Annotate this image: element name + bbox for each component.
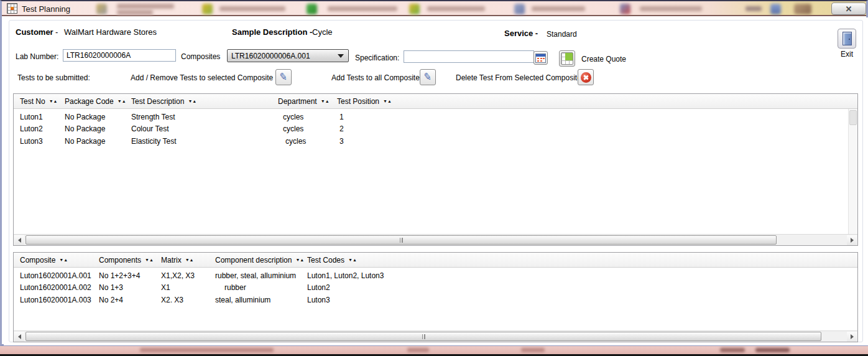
sort-icons: ▼▲ <box>295 258 304 262</box>
cell-package-code: No Package <box>65 137 131 146</box>
blurred-tool-label <box>427 6 485 11</box>
titlebar: Test Planning <box>2 1 866 16</box>
sort-icons: ▼▲ <box>321 99 330 103</box>
delete-test-button[interactable] <box>578 69 594 85</box>
calendar-button[interactable] <box>533 51 548 65</box>
column-header-composite[interactable]: Composite▼▲ <box>20 256 99 265</box>
scroll-left-arrow[interactable] <box>14 332 24 342</box>
column-header-test-description[interactable]: Test Description▼▲ <box>131 97 278 106</box>
horizontal-scrollbar[interactable] <box>14 234 857 245</box>
blurred-tool-icon <box>514 4 525 14</box>
sort-icons: ▼▲ <box>383 99 392 103</box>
blurred-strip-segment <box>140 348 274 352</box>
grip-icon <box>422 334 425 339</box>
close-button[interactable]: ✕ <box>831 2 866 15</box>
composites-label: Composites <box>181 52 220 61</box>
sort-icons: ▼▲ <box>185 258 194 262</box>
column-header-components[interactable]: Components▼▲ <box>99 256 161 265</box>
cell-matrix: X1 <box>161 283 215 292</box>
cell-test-codes: Luton3 <box>307 296 857 304</box>
scrollbar-thumb[interactable] <box>849 110 857 125</box>
column-header-test-position[interactable]: Test Position▼▲ <box>337 97 857 106</box>
cell-test-position: 3 <box>337 137 857 146</box>
specification-input[interactable] <box>404 50 534 63</box>
column-header-matrix[interactable]: Matrix▼▲ <box>161 256 215 265</box>
exit-button[interactable] <box>838 29 856 49</box>
add-tests-all-button[interactable]: ✎ <box>420 69 436 85</box>
scroll-right-arrow[interactable] <box>847 332 857 342</box>
create-quote-label: Create Quote <box>581 55 626 63</box>
cell-test-description: Strength Test <box>131 113 278 121</box>
column-header-test-no[interactable]: Test No▼▲ <box>20 97 65 106</box>
right-triangle-icon <box>851 334 854 339</box>
cell-department: cycles <box>278 113 337 121</box>
door-icon <box>843 32 852 45</box>
cell-test-codes: Luton2 <box>307 283 857 292</box>
app-grid-icon <box>7 3 17 14</box>
blurred-tool-label <box>746 6 762 11</box>
cell-matrix: X2. X3 <box>161 296 215 304</box>
add-remove-tests-button[interactable]: ✎ <box>275 69 292 85</box>
scrollbar-thumb[interactable] <box>25 235 777 245</box>
cell-test-no: Luton1 <box>20 113 65 121</box>
close-icon: ✕ <box>846 4 852 14</box>
blurred-tool-icon <box>770 4 781 14</box>
lab-number-label: Lab Number: <box>16 52 58 61</box>
lab-number-input[interactable] <box>63 49 176 62</box>
blurred-tool-icon <box>307 4 317 14</box>
blurred-tool-icon <box>409 4 420 14</box>
specification-label: Specification: <box>355 54 399 62</box>
tests-table-header: Test No▼▲ Package Code▼▲ Test Descriptio… <box>14 94 857 109</box>
table-row[interactable]: Luton3 No Package Elasticity Test cycles… <box>14 135 857 148</box>
scroll-left-arrow[interactable] <box>14 235 24 245</box>
blurred-strip-segment <box>755 348 790 352</box>
green-grid-icon <box>561 52 573 65</box>
service-value: Standard <box>547 30 577 39</box>
composites-table: Composite▼▲ Components▼▲ Matrix▼▲ Compon… <box>13 252 858 342</box>
blurred-strip-segment <box>720 348 745 352</box>
table-row[interactable]: Luton16020001A.003 No 2+4 X2. X3 steal, … <box>14 294 857 306</box>
pen-icon: ✎ <box>423 72 433 83</box>
table-row[interactable]: Luton2 No Package Colour Test cycles 2 <box>14 123 857 136</box>
table-row[interactable]: Luton16020001A.001 No 1+2+3+4 X1,X2, X3 … <box>14 269 857 282</box>
column-header-package-code[interactable]: Package Code▼▲ <box>65 97 131 106</box>
tests-table: Test No▼▲ Package Code▼▲ Test Descriptio… <box>13 93 858 246</box>
table-row[interactable]: Luton1 No Package Strength Test cycles 1 <box>14 111 857 123</box>
scrollbar-thumb[interactable] <box>25 332 821 341</box>
add-remove-tests-label: Add / Remove Tests to selected Composite <box>131 73 273 82</box>
cell-matrix: X1,X2, X3 <box>161 271 215 280</box>
cell-component-description: rubber, steal, alluminium <box>215 271 307 280</box>
composites-dropdown[interactable]: LTR16020000006A.001 <box>227 49 349 62</box>
cell-composite: Luton16020001A.002 <box>20 283 99 292</box>
customer-label: Customer <box>16 27 53 37</box>
sample-description-label: Sample Description - <box>232 27 312 37</box>
cell-package-code: No Package <box>65 113 131 121</box>
blurred-strip-segment <box>407 348 429 352</box>
cell-components: No 1+2+3+4 <box>99 271 161 280</box>
blurred-tool-icon <box>96 4 107 14</box>
horizontal-scrollbar[interactable] <box>14 330 857 342</box>
sort-icons: ▼▲ <box>59 258 68 262</box>
composites-table-body: Luton16020001A.001 No 1+2+3+4 X1,X2, X3 … <box>14 268 857 306</box>
window-title: Test Planning <box>22 4 70 14</box>
exit-label: Exit <box>838 50 856 59</box>
sort-icons: ▼▲ <box>145 258 154 262</box>
chevron-down-icon <box>338 54 344 58</box>
left-triangle-icon <box>18 334 21 339</box>
vertical-scrollbar[interactable] <box>848 109 857 234</box>
quote-grid-button[interactable] <box>559 50 575 67</box>
cell-test-position: 2 <box>337 124 857 133</box>
sort-icons: ▼▲ <box>118 99 126 103</box>
sample-description-value: Cycle <box>312 27 333 37</box>
cell-test-codes: Luton1, Luton2, Luton3 <box>307 271 857 280</box>
column-header-component-description[interactable]: Component description▼▲ <box>215 256 307 265</box>
composites-selected-value: LTR16020000006A.001 <box>228 52 338 60</box>
cell-department: cycles <box>278 137 337 146</box>
scroll-right-arrow[interactable] <box>847 235 857 245</box>
column-header-department[interactable]: Department▼▲ <box>278 97 337 106</box>
cell-package-code: No Package <box>65 124 131 133</box>
delete-x-icon <box>581 72 591 83</box>
column-header-test-codes[interactable]: Test Codes▼▲ <box>307 256 857 265</box>
blurred-strip-segment <box>521 348 545 352</box>
table-row[interactable]: Luton16020001A.002 No 1+3 X1 rubber Luto… <box>14 282 857 294</box>
